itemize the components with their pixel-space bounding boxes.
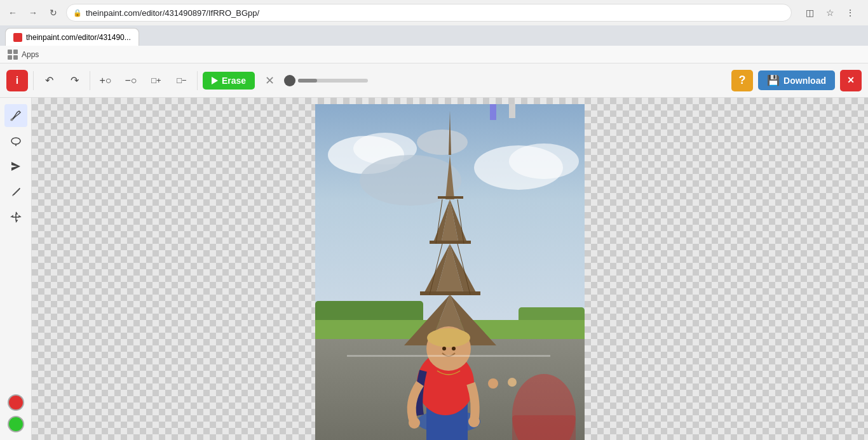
left-toolbar [0, 98, 32, 440]
undo-button[interactable]: ↶ [39, 70, 59, 91]
brush-slider-container [284, 75, 368, 86]
brush-tool-button[interactable] [4, 104, 27, 127]
tab-label: theinpaint.com/editor/431490... [26, 33, 131, 42]
send-tool-button[interactable] [4, 155, 27, 178]
apps-label: Apps [22, 50, 39, 59]
svg-rect-49 [347, 355, 550, 357]
download-label: Download [783, 76, 826, 86]
download-button[interactable]: 💾 Download [758, 70, 835, 90]
apps-bar: Apps [0, 46, 868, 63]
svg-point-6 [509, 143, 579, 179]
erase-button[interactable]: Erase [203, 72, 255, 90]
svg-point-7 [417, 130, 468, 155]
image-svg [315, 104, 585, 440]
svg-point-42 [468, 416, 480, 427]
toolbar-separator-3 [197, 71, 198, 90]
menu-icon[interactable]: ⋮ [843, 5, 858, 20]
cast-icon[interactable]: ◫ [802, 5, 817, 20]
svg-rect-48 [512, 415, 576, 440]
main-area [0, 98, 868, 440]
download-icon: 💾 [767, 74, 780, 86]
svg-rect-46 [509, 104, 515, 118]
browser-icons: ◫ ☆ ⋮ [797, 5, 863, 20]
brush-dot [284, 75, 295, 86]
zoom-in-button[interactable]: +○ [95, 70, 116, 91]
active-tab[interactable]: theinpaint.com/editor/431490... [5, 28, 139, 46]
canvas-image [315, 104, 585, 440]
tabs-bar: theinpaint.com/editor/431490... [0, 25, 868, 46]
toolbar-separator-2 [90, 71, 90, 90]
toolbar-separator [33, 71, 34, 90]
slider-filled [298, 79, 317, 83]
svg-point-45 [508, 378, 517, 387]
svg-point-40 [452, 347, 456, 350]
apps-grid-icon [8, 50, 18, 60]
red-color-button[interactable] [8, 394, 24, 411]
close-button[interactable]: × [840, 70, 862, 91]
cancel-button[interactable]: ✕ [260, 71, 279, 90]
svg-point-43 [488, 378, 498, 389]
help-button[interactable]: ? [731, 70, 753, 91]
marker-tool-button[interactable] [4, 180, 27, 203]
address-text: theinpaint.com/editor/431490897/IfRRO_BG… [86, 8, 259, 18]
close-label: × [848, 74, 855, 86]
move-tool-button[interactable] [4, 206, 27, 229]
app-logo: i [6, 70, 28, 91]
secure-icon: 🔒 [73, 9, 82, 17]
erase-label: Erase [222, 76, 246, 86]
canvas-wrapper [315, 104, 585, 440]
lasso-tool-button[interactable] [4, 130, 27, 152]
svg-rect-44 [490, 104, 496, 120]
tab-favicon [13, 33, 22, 42]
canvas-area[interactable] [32, 98, 868, 440]
back-button[interactable]: ← [5, 5, 20, 20]
bookmark-icon[interactable]: ☆ [822, 5, 837, 20]
main-toolbar: i ↶ ↷ +○ −○ □+ □− Erase ✕ ? 💾 Download × [0, 63, 868, 98]
forward-button[interactable]: → [25, 5, 41, 20]
browser-chrome: ← → ↻ 🔒 theinpaint.com/editor/431490897/… [0, 0, 868, 63]
reload-button[interactable]: ↻ [46, 5, 61, 20]
zoom-reset-button[interactable]: □− [172, 70, 192, 91]
svg-point-39 [442, 347, 446, 350]
address-bar[interactable]: 🔒 theinpaint.com/editor/431490897/IfRRO_… [66, 4, 792, 22]
zoom-fit-button[interactable]: □+ [146, 70, 166, 91]
play-icon [212, 77, 218, 84]
svg-point-41 [409, 417, 420, 429]
svg-point-38 [427, 328, 470, 347]
green-color-button[interactable] [8, 416, 24, 432]
redo-button[interactable]: ↷ [64, 70, 85, 91]
svg-point-1 [11, 138, 20, 144]
logo-text: i [16, 75, 18, 86]
svg-rect-24 [420, 291, 480, 295]
svg-rect-26 [438, 196, 463, 199]
brush-size-slider[interactable] [298, 79, 368, 83]
zoom-out-button[interactable]: −○ [121, 70, 141, 91]
browser-nav: ← → ↻ 🔒 theinpaint.com/editor/431490897/… [0, 0, 868, 25]
help-label: ? [739, 74, 746, 86]
svg-point-0 [10, 119, 13, 121]
